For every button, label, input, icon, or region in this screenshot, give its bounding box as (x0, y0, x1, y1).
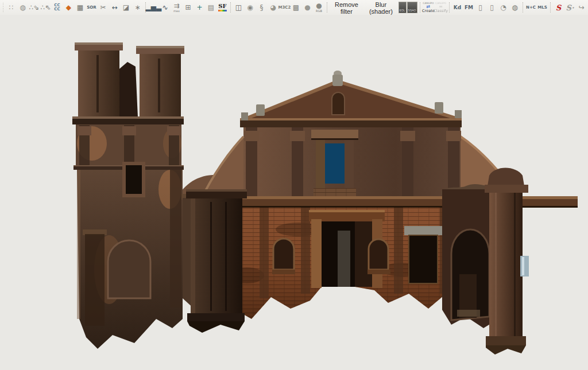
edl-shader-icon[interactable]: EDL (399, 2, 407, 13)
toolbar-grip (2, 2, 4, 13)
rgb-sphere-icon-glyph: ● (316, 2, 322, 9)
csf-icon[interactable]: § (256, 1, 267, 14)
doc-icon-1-glyph: ▯ (478, 4, 482, 11)
3d-viewport[interactable]: 2 mi. faces/ 4 UV tiles (0, 15, 588, 365)
curve-icon[interactable]: ∿ (160, 1, 171, 14)
export-icon[interactable]: ↪ (576, 1, 587, 14)
sphere-points-icon-glyph: ◍ (20, 4, 25, 11)
mls-icon[interactable]: MLS (537, 1, 548, 14)
m3c2-icon[interactable]: M3C2 (279, 1, 290, 14)
export-icon-glyph: ↪ (578, 4, 584, 11)
shield-icon[interactable]: ◉ (245, 1, 256, 14)
rgb-sphere-icon-sublabel: RGB (316, 10, 322, 13)
shell-icon[interactable]: ◕ (268, 1, 278, 14)
add-icon-glyph: + (196, 4, 202, 11)
histogram-icon[interactable]: ▂▅▃ (148, 1, 159, 14)
range-max-icon[interactable]: ⇉max (171, 1, 182, 14)
mesh-grid-icon[interactable]: ▩ (291, 1, 301, 14)
kdtree-icon[interactable]: Kd (452, 1, 463, 14)
kdtree-icon-label: Kd (454, 5, 461, 10)
normals-colors-icon-label: N+C (526, 6, 536, 10)
sf-scalar-field-icon[interactable]: SF (217, 1, 228, 14)
normals-colors-icon[interactable]: N+C (525, 1, 536, 14)
canupo-classify-icon-caption: Classify (434, 9, 448, 13)
blur-shader-button[interactable]: Blur (shader) (364, 1, 398, 14)
fit-plane-icon-glyph: ◪ (123, 4, 129, 11)
remove-filter-button[interactable]: Remove filter (330, 1, 363, 14)
point-cloud-icon-glyph: ∷ (9, 4, 14, 11)
scissors-icon-glyph: ✂ (100, 4, 106, 11)
checkerboard-icon[interactable]: ▦ (75, 1, 86, 14)
facets-icon-label: FM (465, 5, 473, 10)
toolbar-separator (420, 2, 420, 13)
noise-filter-icon[interactable]: ∴⇘ (29, 1, 40, 14)
cc-logo-icon[interactable]: CC CC (52, 1, 63, 14)
compute-icon-glyph: ▤ (208, 4, 214, 11)
sphere-render-icon[interactable]: ● (302, 1, 313, 14)
add-icon[interactable]: + (194, 1, 205, 14)
pcv-icon[interactable]: ◔ (498, 1, 509, 14)
csf-icon-glyph: § (260, 4, 263, 11)
sra-icon-label: S (556, 4, 561, 11)
mls-icon-label: MLS (537, 6, 547, 10)
toolbar-separator (327, 2, 327, 13)
ssao-shader-icon-label: SSAO (408, 9, 416, 12)
application-window: ∷◍∴⇘∴⇖CC CC◆▦SOR✂↔◪∗▂▅▃∿⇉max⊞+▤SF◫◉§◕M3C… (0, 0, 588, 370)
canupo-classify-icon[interactable]: CANUPO≡Classify (435, 1, 447, 14)
poisson-icon[interactable]: ◍ (509, 1, 520, 14)
doc-icon-2[interactable]: ▯ (486, 1, 497, 14)
grid-plus-icon-glyph: ⊞ (185, 4, 191, 11)
facets-icon[interactable]: FM (463, 1, 474, 14)
extract-points-icon-glyph: ∴⇖ (41, 4, 51, 11)
canupo-create-icon[interactable]: CANUPO⇄Create (423, 1, 435, 14)
translate-icon[interactable]: ↔ (109, 1, 120, 14)
church-model (0, 15, 588, 367)
sf-scalar-field-icon-label: SF (218, 3, 226, 11)
edl-shader-icon-label: EDL (400, 9, 405, 12)
animation-icon-glyph: ◫ (235, 4, 242, 11)
canupo-create-icon-caption: Create (422, 9, 435, 13)
animation-icon[interactable]: ◫ (233, 1, 244, 14)
compute-icon[interactable]: ▤ (206, 1, 216, 14)
pick-point-icon[interactable]: ∗ (132, 1, 143, 14)
sor-icon-label: SOR (87, 6, 96, 10)
scissors-icon[interactable]: ✂ (98, 1, 109, 14)
sdot-icon-label: S· (566, 4, 574, 11)
hpr-icon-glyph: ◆ (66, 4, 71, 11)
sphere-points-icon[interactable]: ◍ (17, 1, 28, 14)
sphere-render-icon-glyph: ● (304, 4, 310, 11)
doc-icon-2-glyph: ▯ (490, 4, 494, 11)
noise-filter-icon-glyph: ∴⇘ (29, 4, 40, 11)
toolbar-separator (449, 2, 450, 13)
checkerboard-icon-glyph: ▦ (77, 4, 83, 11)
translate-icon-glyph: ↔ (111, 4, 117, 11)
toolbar: ∷◍∴⇘∴⇖CC CC◆▦SOR✂↔◪∗▂▅▃∿⇉max⊞+▤SF◫◉§◕M3C… (0, 0, 588, 15)
pick-point-icon-glyph: ∗ (134, 4, 140, 11)
sra-icon[interactable]: S (553, 1, 564, 14)
toolbar-separator (523, 2, 523, 13)
pcv-icon-glyph: ◔ (500, 4, 506, 11)
range-max-icon-sublabel: max (173, 10, 180, 13)
point-cloud-icon[interactable]: ∷ (6, 1, 17, 14)
m3c2-icon-label: M3C2 (278, 6, 291, 10)
doc-icon-1[interactable]: ▯ (475, 1, 486, 14)
cc-logo-icon-label: CC CC (54, 3, 60, 11)
shield-icon-glyph: ◉ (247, 4, 253, 11)
poisson-icon-glyph: ◍ (512, 4, 517, 11)
rgb-sphere-icon[interactable]: ●RGB (314, 1, 324, 14)
grid-plus-icon[interactable]: ⊞ (183, 1, 194, 14)
ssao-shader-icon[interactable]: SSAO (407, 2, 417, 13)
shell-icon-glyph: ◕ (270, 4, 276, 11)
extract-points-icon[interactable]: ∴⇖ (40, 1, 51, 14)
mesh-grid-icon-glyph: ▩ (293, 4, 299, 11)
toolbar-separator (230, 2, 231, 13)
sor-icon[interactable]: SOR (86, 1, 97, 14)
curve-icon-glyph: ∿ (162, 4, 168, 11)
sdot-icon[interactable]: S· (564, 1, 575, 14)
hpr-icon[interactable]: ◆ (63, 1, 74, 14)
fit-plane-icon[interactable]: ◪ (121, 1, 131, 14)
range-max-icon-glyph: ⇉ (173, 2, 179, 9)
toolbar-separator (550, 2, 551, 13)
